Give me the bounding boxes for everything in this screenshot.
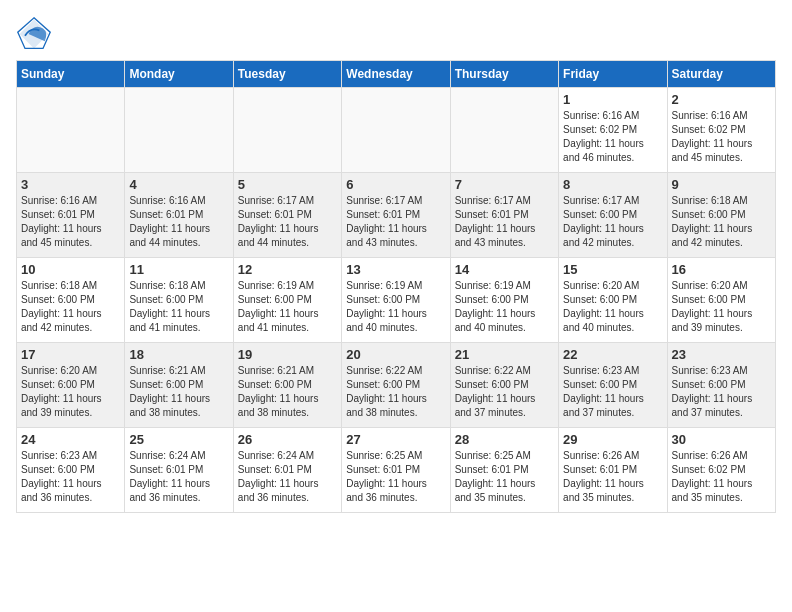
calendar-cell: 23Sunrise: 6:23 AM Sunset: 6:00 PM Dayli… (667, 343, 775, 428)
weekday-header: Sunday (17, 61, 125, 88)
date-number: 5 (238, 177, 337, 192)
calendar-cell: 13Sunrise: 6:19 AM Sunset: 6:00 PM Dayli… (342, 258, 450, 343)
cell-info: Sunrise: 6:17 AM Sunset: 6:01 PM Dayligh… (346, 194, 445, 250)
calendar-cell: 21Sunrise: 6:22 AM Sunset: 6:00 PM Dayli… (450, 343, 558, 428)
calendar-week-row: 10Sunrise: 6:18 AM Sunset: 6:00 PM Dayli… (17, 258, 776, 343)
date-number: 28 (455, 432, 554, 447)
date-number: 29 (563, 432, 662, 447)
calendar-week-row: 24Sunrise: 6:23 AM Sunset: 6:00 PM Dayli… (17, 428, 776, 513)
cell-info: Sunrise: 6:16 AM Sunset: 6:01 PM Dayligh… (129, 194, 228, 250)
calendar-cell: 24Sunrise: 6:23 AM Sunset: 6:00 PM Dayli… (17, 428, 125, 513)
page-header (16, 16, 776, 52)
weekday-header: Friday (559, 61, 667, 88)
calendar-cell (17, 88, 125, 173)
date-number: 26 (238, 432, 337, 447)
date-number: 27 (346, 432, 445, 447)
weekday-header: Tuesday (233, 61, 341, 88)
calendar-cell: 1Sunrise: 6:16 AM Sunset: 6:02 PM Daylig… (559, 88, 667, 173)
date-number: 2 (672, 92, 771, 107)
date-number: 1 (563, 92, 662, 107)
calendar-cell: 28Sunrise: 6:25 AM Sunset: 6:01 PM Dayli… (450, 428, 558, 513)
calendar-cell: 5Sunrise: 6:17 AM Sunset: 6:01 PM Daylig… (233, 173, 341, 258)
weekday-header: Wednesday (342, 61, 450, 88)
cell-info: Sunrise: 6:23 AM Sunset: 6:00 PM Dayligh… (672, 364, 771, 420)
calendar-cell: 18Sunrise: 6:21 AM Sunset: 6:00 PM Dayli… (125, 343, 233, 428)
calendar-cell: 26Sunrise: 6:24 AM Sunset: 6:01 PM Dayli… (233, 428, 341, 513)
calendar-week-row: 17Sunrise: 6:20 AM Sunset: 6:00 PM Dayli… (17, 343, 776, 428)
date-number: 8 (563, 177, 662, 192)
date-number: 11 (129, 262, 228, 277)
cell-info: Sunrise: 6:24 AM Sunset: 6:01 PM Dayligh… (129, 449, 228, 505)
cell-info: Sunrise: 6:22 AM Sunset: 6:00 PM Dayligh… (455, 364, 554, 420)
date-number: 12 (238, 262, 337, 277)
cell-info: Sunrise: 6:17 AM Sunset: 6:01 PM Dayligh… (238, 194, 337, 250)
date-number: 7 (455, 177, 554, 192)
calendar-cell (233, 88, 341, 173)
calendar-cell: 6Sunrise: 6:17 AM Sunset: 6:01 PM Daylig… (342, 173, 450, 258)
cell-info: Sunrise: 6:20 AM Sunset: 6:00 PM Dayligh… (563, 279, 662, 335)
cell-info: Sunrise: 6:17 AM Sunset: 6:00 PM Dayligh… (563, 194, 662, 250)
date-number: 15 (563, 262, 662, 277)
calendar-cell: 7Sunrise: 6:17 AM Sunset: 6:01 PM Daylig… (450, 173, 558, 258)
cell-info: Sunrise: 6:22 AM Sunset: 6:00 PM Dayligh… (346, 364, 445, 420)
calendar-table: SundayMondayTuesdayWednesdayThursdayFrid… (16, 60, 776, 513)
date-number: 19 (238, 347, 337, 362)
calendar-body: 1Sunrise: 6:16 AM Sunset: 6:02 PM Daylig… (17, 88, 776, 513)
cell-info: Sunrise: 6:21 AM Sunset: 6:00 PM Dayligh… (129, 364, 228, 420)
calendar-cell: 29Sunrise: 6:26 AM Sunset: 6:01 PM Dayli… (559, 428, 667, 513)
date-number: 18 (129, 347, 228, 362)
date-number: 30 (672, 432, 771, 447)
cell-info: Sunrise: 6:21 AM Sunset: 6:00 PM Dayligh… (238, 364, 337, 420)
calendar-cell (125, 88, 233, 173)
cell-info: Sunrise: 6:18 AM Sunset: 6:00 PM Dayligh… (129, 279, 228, 335)
date-number: 24 (21, 432, 120, 447)
cell-info: Sunrise: 6:25 AM Sunset: 6:01 PM Dayligh… (455, 449, 554, 505)
cell-info: Sunrise: 6:16 AM Sunset: 6:02 PM Dayligh… (672, 109, 771, 165)
cell-info: Sunrise: 6:19 AM Sunset: 6:00 PM Dayligh… (238, 279, 337, 335)
cell-info: Sunrise: 6:19 AM Sunset: 6:00 PM Dayligh… (346, 279, 445, 335)
calendar-cell: 19Sunrise: 6:21 AM Sunset: 6:00 PM Dayli… (233, 343, 341, 428)
calendar-cell: 10Sunrise: 6:18 AM Sunset: 6:00 PM Dayli… (17, 258, 125, 343)
cell-info: Sunrise: 6:23 AM Sunset: 6:00 PM Dayligh… (563, 364, 662, 420)
calendar-week-row: 3Sunrise: 6:16 AM Sunset: 6:01 PM Daylig… (17, 173, 776, 258)
cell-info: Sunrise: 6:18 AM Sunset: 6:00 PM Dayligh… (672, 194, 771, 250)
calendar-cell: 17Sunrise: 6:20 AM Sunset: 6:00 PM Dayli… (17, 343, 125, 428)
calendar-cell: 25Sunrise: 6:24 AM Sunset: 6:01 PM Dayli… (125, 428, 233, 513)
date-number: 21 (455, 347, 554, 362)
logo-icon (16, 16, 52, 52)
weekday-header-row: SundayMondayTuesdayWednesdayThursdayFrid… (17, 61, 776, 88)
cell-info: Sunrise: 6:23 AM Sunset: 6:00 PM Dayligh… (21, 449, 120, 505)
calendar-cell (450, 88, 558, 173)
date-number: 13 (346, 262, 445, 277)
date-number: 20 (346, 347, 445, 362)
weekday-header: Thursday (450, 61, 558, 88)
cell-info: Sunrise: 6:16 AM Sunset: 6:02 PM Dayligh… (563, 109, 662, 165)
cell-info: Sunrise: 6:20 AM Sunset: 6:00 PM Dayligh… (21, 364, 120, 420)
date-number: 23 (672, 347, 771, 362)
date-number: 25 (129, 432, 228, 447)
date-number: 4 (129, 177, 228, 192)
date-number: 22 (563, 347, 662, 362)
calendar-cell: 11Sunrise: 6:18 AM Sunset: 6:00 PM Dayli… (125, 258, 233, 343)
cell-info: Sunrise: 6:26 AM Sunset: 6:01 PM Dayligh… (563, 449, 662, 505)
cell-info: Sunrise: 6:16 AM Sunset: 6:01 PM Dayligh… (21, 194, 120, 250)
calendar-cell (342, 88, 450, 173)
calendar-cell: 20Sunrise: 6:22 AM Sunset: 6:00 PM Dayli… (342, 343, 450, 428)
calendar-cell: 15Sunrise: 6:20 AM Sunset: 6:00 PM Dayli… (559, 258, 667, 343)
logo (16, 16, 58, 52)
calendar-cell: 14Sunrise: 6:19 AM Sunset: 6:00 PM Dayli… (450, 258, 558, 343)
calendar-cell: 2Sunrise: 6:16 AM Sunset: 6:02 PM Daylig… (667, 88, 775, 173)
calendar-cell: 12Sunrise: 6:19 AM Sunset: 6:00 PM Dayli… (233, 258, 341, 343)
calendar-cell: 30Sunrise: 6:26 AM Sunset: 6:02 PM Dayli… (667, 428, 775, 513)
date-number: 9 (672, 177, 771, 192)
date-number: 17 (21, 347, 120, 362)
cell-info: Sunrise: 6:20 AM Sunset: 6:00 PM Dayligh… (672, 279, 771, 335)
date-number: 14 (455, 262, 554, 277)
calendar-week-row: 1Sunrise: 6:16 AM Sunset: 6:02 PM Daylig… (17, 88, 776, 173)
calendar-cell: 16Sunrise: 6:20 AM Sunset: 6:00 PM Dayli… (667, 258, 775, 343)
calendar-cell: 3Sunrise: 6:16 AM Sunset: 6:01 PM Daylig… (17, 173, 125, 258)
weekday-header: Saturday (667, 61, 775, 88)
cell-info: Sunrise: 6:25 AM Sunset: 6:01 PM Dayligh… (346, 449, 445, 505)
cell-info: Sunrise: 6:18 AM Sunset: 6:00 PM Dayligh… (21, 279, 120, 335)
date-number: 16 (672, 262, 771, 277)
